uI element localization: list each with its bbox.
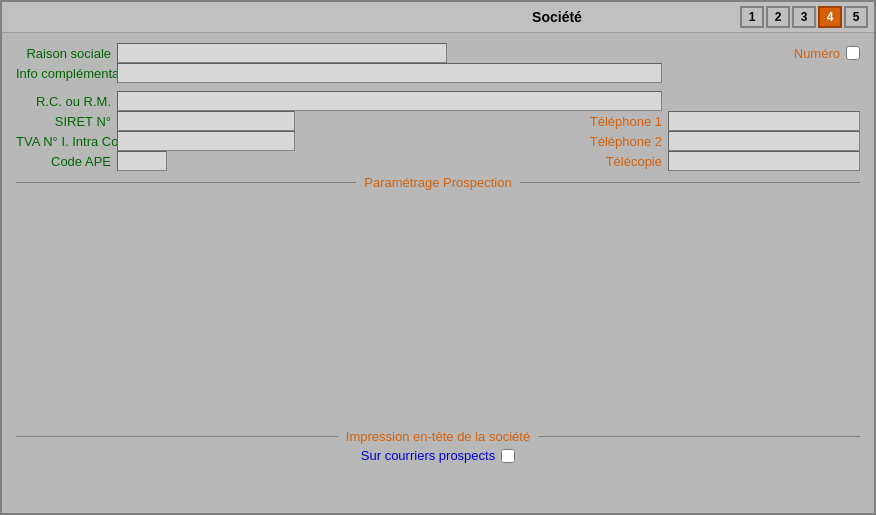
- numero-checkbox[interactable]: [846, 46, 860, 60]
- telephone1-input[interactable]: [668, 111, 860, 131]
- tva-row: TVA N° I. Intra Communautaire Téléphone …: [16, 131, 860, 151]
- form-content: Raison sociale Numéro Info complémentair…: [2, 33, 874, 513]
- telephone1-label: Téléphone 1: [572, 114, 662, 129]
- tva-label: TVA N° I. Intra Communautaire: [16, 134, 111, 149]
- sur-courriers-label: Sur courriers prospects: [361, 448, 495, 463]
- code-ape-row: Code APE Télécopie: [16, 151, 860, 171]
- siret-row: SIRET N° Téléphone 1: [16, 111, 860, 131]
- tab-5[interactable]: 5: [844, 6, 868, 28]
- info-comp-label: Info complémentaire: [16, 66, 111, 81]
- code-ape-label: Code APE: [16, 154, 111, 169]
- sur-courriers-row: Sur courriers prospects: [16, 448, 860, 463]
- imp-line-right: [538, 436, 860, 437]
- tab-3[interactable]: 3: [792, 6, 816, 28]
- info-comp-input[interactable]: [117, 63, 662, 83]
- sep-line-right: [520, 182, 860, 183]
- raison-sociale-input[interactable]: [117, 43, 447, 63]
- sur-courriers-checkbox[interactable]: [501, 449, 515, 463]
- siret-label: SIRET N°: [16, 114, 111, 129]
- tab-4[interactable]: 4: [818, 6, 842, 28]
- telephone2-label: Téléphone 2: [572, 134, 662, 149]
- numero-label: Numéro: [794, 46, 840, 61]
- raison-sociale-row: Raison sociale Numéro: [16, 43, 860, 63]
- telecopie-label: Télécopie: [572, 154, 662, 169]
- parametrage-separator: Paramétrage Prospection: [16, 175, 860, 190]
- title-bar: Société 1 2 3 4 5: [2, 2, 874, 33]
- code-ape-input[interactable]: [117, 151, 167, 171]
- raison-sociale-label: Raison sociale: [16, 46, 111, 61]
- window-title: Société: [374, 9, 740, 25]
- impression-separator: Impression en-tête de la société: [16, 429, 860, 444]
- info-comp-row: Info complémentaire: [16, 63, 860, 83]
- imp-line-left: [16, 436, 338, 437]
- telecopie-input[interactable]: [668, 151, 860, 171]
- impression-label: Impression en-tête de la société: [338, 429, 538, 444]
- siret-input[interactable]: [117, 111, 295, 131]
- parametrage-label: Paramétrage Prospection: [356, 175, 519, 190]
- tva-input[interactable]: [117, 131, 295, 151]
- rc-rm-input[interactable]: [117, 91, 662, 111]
- tab-2[interactable]: 2: [766, 6, 790, 28]
- rc-rm-row: R.C. ou R.M.: [16, 91, 860, 111]
- telephone2-input[interactable]: [668, 131, 860, 151]
- tab-1[interactable]: 1: [740, 6, 764, 28]
- tab-buttons: 1 2 3 4 5: [740, 6, 868, 28]
- rc-rm-label: R.C. ou R.M.: [16, 94, 111, 109]
- sep-line-left: [16, 182, 356, 183]
- main-window: Société 1 2 3 4 5 Raison sociale Numéro …: [0, 0, 876, 515]
